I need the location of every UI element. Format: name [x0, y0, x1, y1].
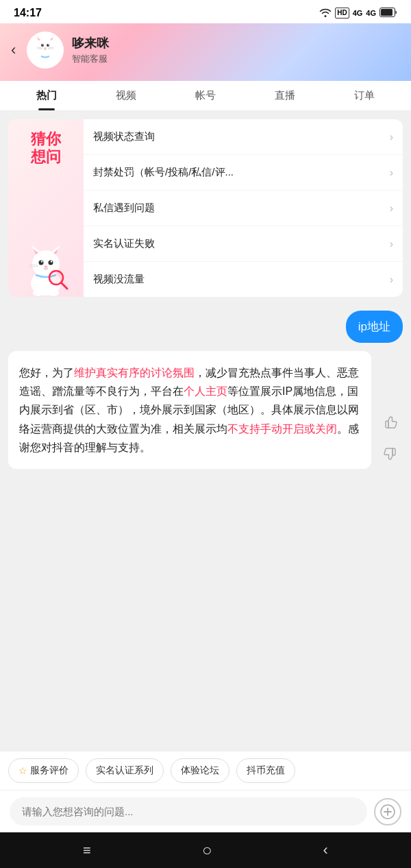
svg-point-3	[37, 38, 53, 54]
signal1-icon: 4G	[353, 9, 363, 17]
home-nav-icon[interactable]: ○	[202, 841, 212, 860]
bot-message-row: 您好，为了维护真实有序的讨论氛围，减少冒充热点事件当事人、恶意造谣、蹭流量等不良…	[8, 351, 403, 469]
wifi-icon	[319, 8, 332, 19]
avatar	[27, 32, 64, 69]
faq-item-text-2: 私信遇到问题	[93, 202, 384, 215]
faq-item-0[interactable]: 视频状态查询 ›	[84, 119, 403, 155]
faq-items-list: 视频状态查询 › 封禁处罚（帐号/投稿/私信/评... › 私信遇到问题 › 实…	[84, 119, 403, 297]
bot-highlight3: 不支持手动开启或关闭	[227, 423, 337, 435]
faq-item-text-3: 实名认证失败	[93, 237, 384, 250]
faq-guess-label: 猜你想问	[31, 130, 61, 167]
header: ‹	[0, 23, 411, 81]
svg-point-8	[41, 44, 44, 47]
svg-point-9	[47, 44, 49, 47]
tab-order[interactable]: 订单	[325, 81, 404, 110]
bot-bubble: 您好，为了维护真实有序的讨论氛围，减少冒充热点事件当事人、恶意造谣、蹭流量等不良…	[8, 351, 371, 469]
faq-item-2[interactable]: 私信遇到问题 ›	[84, 191, 403, 226]
reaction-buttons	[378, 407, 403, 466]
chevron-icon-4: ›	[390, 274, 393, 286]
chevron-icon-3: ›	[390, 238, 393, 250]
quick-replies: ☆ 服务评价 实名认证系列 体验论坛 抖币充值	[0, 751, 411, 790]
faq-left-panel: 猜你想问	[8, 119, 84, 297]
faq-item-3[interactable]: 实名认证失败 ›	[84, 226, 403, 262]
svg-point-25	[41, 261, 42, 262]
tab-account[interactable]: 帐号	[166, 81, 245, 110]
faq-item-text-1: 封禁处罚（帐号/投稿/私信/评...	[93, 166, 384, 179]
tab-bar: 热门 视频 帐号 直播 订单	[0, 81, 411, 111]
status-time: 14:17	[14, 7, 42, 19]
tab-hot[interactable]: 热门	[7, 81, 86, 110]
svg-point-12	[45, 47, 47, 49]
svg-point-10	[42, 45, 43, 45]
status-icons: HD 4G 4G	[319, 8, 397, 19]
battery-icon	[379, 8, 397, 19]
faq-item-text-0: 视频状态查询	[93, 130, 384, 143]
faq-item-4[interactable]: 视频没流量 ›	[84, 262, 403, 297]
user-message: ip地址	[8, 311, 403, 343]
svg-rect-1	[381, 9, 393, 16]
faq-card: 猜你想问	[8, 119, 403, 297]
quick-reply-doubi-label: 抖币充值	[247, 764, 285, 777]
input-area	[0, 790, 411, 832]
status-bar: 14:17 HD 4G 4G	[0, 0, 411, 23]
thumbs-up-button[interactable]	[378, 410, 403, 435]
svg-line-31	[61, 282, 67, 289]
svg-point-29	[48, 289, 59, 296]
quick-reply-forum[interactable]: 体验论坛	[171, 758, 229, 783]
chevron-icon-0: ›	[390, 131, 393, 143]
faq-item-1[interactable]: 封禁处罚（帐号/投稿/私信/评... ›	[84, 155, 403, 191]
tab-video[interactable]: 视频	[86, 81, 166, 110]
bot-highlight1: 维护真实有序的讨论氛围	[74, 367, 195, 378]
user-bubble: ip地址	[346, 311, 403, 343]
menu-nav-icon[interactable]: ≡	[83, 843, 91, 858]
back-button[interactable]: ‹	[11, 41, 16, 59]
tab-live[interactable]: 直播	[245, 81, 325, 110]
add-button[interactable]	[374, 798, 401, 825]
quick-reply-rating[interactable]: ☆ 服务评价	[8, 758, 79, 783]
back-nav-icon[interactable]: ‹	[323, 841, 328, 859]
svg-point-23	[39, 261, 44, 265]
header-name: 哆来咪	[72, 35, 400, 51]
quick-reply-doubi[interactable]: 抖币充值	[236, 758, 295, 783]
chevron-icon-1: ›	[390, 167, 393, 179]
faq-item-text-4: 视频没流量	[93, 273, 384, 286]
signal2-icon: 4G	[366, 9, 376, 17]
bot-highlight2: 个人主页	[184, 385, 227, 397]
svg-point-26	[51, 261, 52, 262]
svg-point-11	[48, 45, 49, 45]
thumbs-down-button[interactable]	[378, 442, 403, 466]
svg-point-24	[49, 261, 53, 265]
star-icon: ☆	[18, 765, 27, 776]
quick-reply-realname-label: 实名认证系列	[96, 764, 153, 777]
quick-reply-realname[interactable]: 实名认证系列	[86, 758, 164, 783]
chat-input[interactable]	[10, 797, 367, 825]
header-info: 哆来咪 智能客服	[72, 35, 400, 65]
hd-badge: HD	[335, 8, 349, 19]
header-subtitle: 智能客服	[72, 53, 400, 65]
quick-reply-rating-label: 服务评价	[30, 764, 68, 777]
quick-reply-forum-label: 体验论坛	[181, 764, 219, 777]
svg-point-28	[33, 289, 44, 296]
svg-point-27	[45, 265, 48, 268]
chat-area: ip地址 您好，为了维护真实有序的讨论氛围，减少冒充热点事件当事人、恶意造谣、蹭…	[0, 305, 411, 751]
bot-text-part1: 您好，为了	[19, 367, 74, 378]
chevron-icon-2: ›	[390, 202, 393, 215]
nav-bar: ≡ ○ ‹	[0, 832, 411, 868]
